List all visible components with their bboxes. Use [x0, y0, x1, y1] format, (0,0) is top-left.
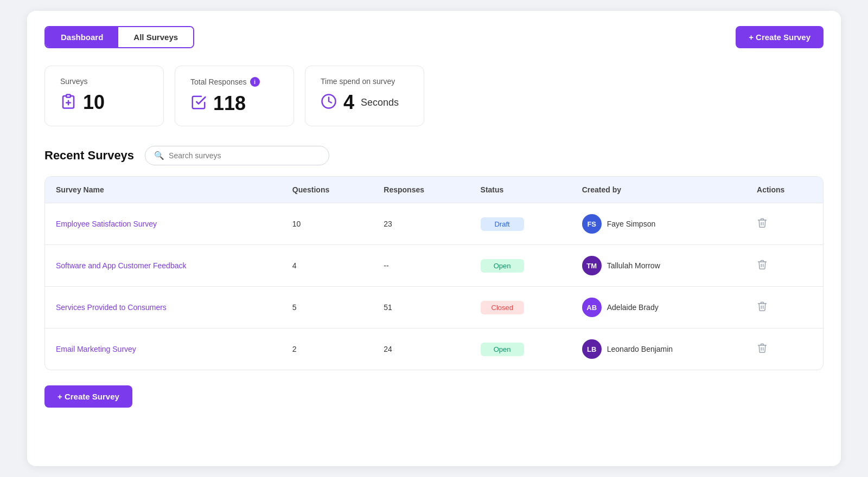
- cell-status: Open: [470, 328, 571, 370]
- avatar: TM: [582, 256, 602, 275]
- creator-name: Faye Simpson: [607, 220, 655, 228]
- cell-actions: [746, 203, 823, 245]
- stat-value-row-surveys: 10: [60, 91, 148, 114]
- survey-name-link[interactable]: Software and App Customer Feedback: [56, 261, 186, 270]
- footer-area: + Create Survey: [44, 385, 824, 408]
- col-status: Status: [470, 177, 571, 203]
- creator-name: Leonardo Benjamin: [607, 345, 673, 353]
- survey-name-link[interactable]: Services Provided to Consumers: [56, 303, 167, 312]
- cell-responses: --: [373, 245, 469, 287]
- col-responses: Responses: [373, 177, 469, 203]
- stat-card-responses: Total Responses i 118: [175, 66, 294, 126]
- cell-creator: AB Adelaide Brady: [571, 287, 746, 328]
- surveys-table: Survey Name Questions Responses Status C…: [45, 177, 823, 370]
- info-icon: i: [250, 77, 260, 87]
- stat-card-surveys: Surveys 10: [44, 66, 164, 126]
- stat-card-time: Time spend on survey 4 Seconds: [305, 66, 424, 126]
- creator-name: Tallulah Morrow: [607, 261, 660, 270]
- creator-name: Adelaide Brady: [607, 303, 659, 312]
- cell-creator: FS Faye Simpson: [571, 203, 746, 245]
- delete-button[interactable]: [757, 217, 768, 231]
- delete-button[interactable]: [757, 343, 768, 356]
- delete-button[interactable]: [757, 259, 768, 273]
- cell-responses: 24: [373, 328, 469, 370]
- cell-responses: 51: [373, 287, 469, 328]
- table-row: Employee Satisfaction Survey 10 23 Draft…: [45, 203, 823, 245]
- surveys-table-container: Survey Name Questions Responses Status C…: [44, 176, 824, 370]
- stat-number-time: 4: [343, 91, 354, 114]
- stats-row: Surveys 10 Total Responses i: [44, 66, 824, 126]
- status-badge: Open: [481, 259, 524, 273]
- stat-label-surveys: Surveys: [60, 77, 148, 86]
- col-questions: Questions: [282, 177, 373, 203]
- create-survey-button-header[interactable]: + Create Survey: [736, 26, 824, 48]
- survey-name-link[interactable]: Email Marketing Survey: [56, 345, 136, 353]
- avatar: AB: [582, 298, 602, 317]
- stat-label-time: Time spend on survey: [321, 77, 409, 86]
- avatar: FS: [582, 214, 602, 234]
- cell-actions: [746, 245, 823, 287]
- tab-dashboard[interactable]: Dashboard: [46, 27, 118, 47]
- cell-status: Open: [470, 245, 571, 287]
- cell-status: Closed: [470, 287, 571, 328]
- cell-questions: 2: [282, 328, 373, 370]
- table-row: Software and App Customer Feedback 4 -- …: [45, 245, 823, 287]
- recent-surveys-header: Recent Surveys 🔍: [44, 146, 824, 165]
- cell-questions: 4: [282, 245, 373, 287]
- cell-questions: 5: [282, 287, 373, 328]
- create-survey-button-footer[interactable]: + Create Survey: [44, 385, 132, 408]
- cell-status: Draft: [470, 203, 571, 245]
- search-icon: 🔍: [154, 151, 164, 160]
- search-input[interactable]: [169, 151, 320, 160]
- cell-actions: [746, 328, 823, 370]
- avatar: LB: [582, 339, 602, 359]
- tab-all-surveys[interactable]: All Surveys: [118, 27, 193, 47]
- app-container: Dashboard All Surveys + Create Survey Su…: [27, 11, 841, 466]
- svg-rect-0: [66, 94, 71, 97]
- check-icon: [190, 94, 207, 113]
- col-actions: Actions: [746, 177, 823, 203]
- table-header-row: Survey Name Questions Responses Status C…: [45, 177, 823, 203]
- status-badge: Open: [481, 343, 524, 356]
- survey-name-link[interactable]: Employee Satisfaction Survey: [56, 220, 157, 228]
- clock-icon: [321, 93, 337, 112]
- cell-responses: 23: [373, 203, 469, 245]
- nav-tabs: Dashboard All Surveys: [44, 26, 194, 48]
- stat-unit-time: Seconds: [361, 97, 399, 108]
- status-badge: Draft: [481, 217, 524, 231]
- cell-creator: TM Tallulah Morrow: [571, 245, 746, 287]
- stat-label-responses: Total Responses i: [190, 77, 278, 87]
- status-badge: Closed: [481, 301, 524, 314]
- delete-button[interactable]: [757, 301, 768, 314]
- header: Dashboard All Surveys + Create Survey: [44, 26, 824, 48]
- recent-surveys-title: Recent Surveys: [44, 149, 134, 163]
- table-row: Services Provided to Consumers 5 51 Clos…: [45, 287, 823, 328]
- table-row: Email Marketing Survey 2 24 Open LB Leon…: [45, 328, 823, 370]
- col-created-by: Created by: [571, 177, 746, 203]
- col-survey-name: Survey Name: [45, 177, 282, 203]
- stat-value-row-time: 4 Seconds: [321, 91, 409, 114]
- cell-actions: [746, 287, 823, 328]
- clipboard-icon: [60, 93, 76, 112]
- cell-creator: LB Leonardo Benjamin: [571, 328, 746, 370]
- search-box: 🔍: [145, 146, 329, 165]
- stat-value-row-responses: 118: [190, 92, 278, 115]
- cell-questions: 10: [282, 203, 373, 245]
- stat-number-surveys: 10: [83, 91, 105, 114]
- stat-number-responses: 118: [213, 92, 246, 115]
